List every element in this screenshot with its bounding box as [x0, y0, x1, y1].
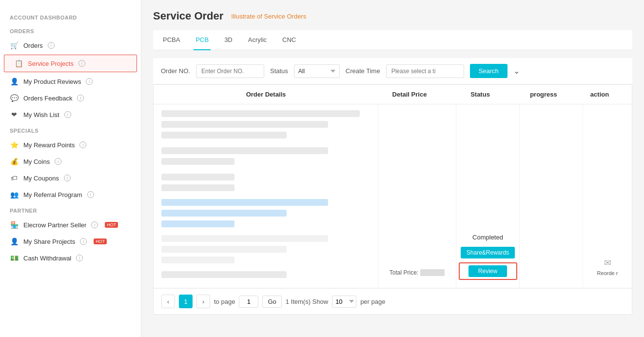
reorder-label: Reorde r — [597, 270, 618, 276]
share-projects-label: My Share Projects — [23, 238, 75, 245]
sidebar-item-wish-list[interactable]: ❤ My Wish List i — [0, 106, 141, 123]
sidebar-item-reward-points[interactable]: ⭐ My Reward Points i — [0, 137, 141, 153]
product-reviews-icon: 👤 — [10, 77, 19, 86]
feedback-icon: 💬 — [10, 94, 19, 102]
items-show-text: 1 Item(s) Show — [286, 298, 328, 305]
next-page-button[interactable]: › — [196, 295, 210, 308]
sidebar-item-coins[interactable]: 💰 My Coins i — [0, 153, 141, 170]
referral-label: My Referral Program — [23, 191, 82, 198]
share-projects-hot-badge: HOT — [94, 238, 107, 244]
sidebar-item-orders[interactable]: 🛒 Orders i — [0, 37, 141, 54]
page-input[interactable] — [239, 296, 258, 308]
blurred-text-5 — [161, 158, 234, 165]
sidebar-section-specials: SPECIALS — [0, 123, 141, 137]
service-projects-info-icon[interactable]: i — [78, 60, 85, 67]
orders-feedback-label: Orders Feedback — [23, 95, 72, 102]
blurred-text-14 — [161, 271, 287, 278]
search-button[interactable]: Search — [470, 64, 507, 78]
order-no-input[interactable] — [196, 64, 264, 78]
coupons-info-icon[interactable]: i — [64, 175, 71, 181]
per-page-select[interactable]: 10 20 50 100 — [332, 296, 356, 308]
blurred-text-4 — [161, 147, 328, 154]
cash-icon: 💵 — [10, 254, 19, 262]
partner-seller-icon: 🏪 — [10, 220, 19, 229]
blurred-text-7 — [161, 184, 234, 191]
cash-info-icon[interactable]: i — [76, 255, 83, 261]
coupons-icon: 🏷 — [10, 174, 19, 182]
tab-pcb[interactable]: PCB — [194, 30, 211, 50]
status-label: Status — [270, 67, 288, 75]
share-rewards-button[interactable]: Share&Rewards — [461, 247, 515, 258]
orders-label: Orders — [23, 42, 43, 49]
tab-cnc[interactable]: CNC — [280, 30, 298, 50]
reward-icon: ⭐ — [10, 140, 19, 149]
sidebar-item-partner-seller[interactable]: 🏪 Elecrow Partner Seller i HOT — [0, 217, 141, 233]
col-detail-price: Detail Price — [371, 91, 449, 98]
tab-pcba[interactable]: PCBA — [161, 30, 182, 50]
sidebar-item-share-projects[interactable]: 👤 My Share Projects i HOT — [0, 233, 141, 250]
page-header: Service Order Illustrate of Service Orde… — [153, 10, 632, 22]
tab-3d[interactable]: 3D — [222, 30, 234, 50]
blurred-text-6 — [161, 174, 234, 180]
main-content: Service Order Illustrate of Service Orde… — [141, 0, 644, 337]
referral-info-icon[interactable]: i — [87, 191, 94, 198]
wishlist-info-icon[interactable]: i — [64, 111, 71, 118]
reward-info-icon[interactable]: i — [79, 141, 86, 148]
col-order-details: Order Details — [161, 91, 371, 98]
to-page-text: to page — [214, 298, 235, 305]
col-action: action — [575, 91, 624, 98]
order-details-cell — [154, 104, 378, 288]
blurred-text-12 — [161, 246, 287, 253]
expand-filter-icon[interactable]: ⌄ — [513, 66, 520, 76]
orders-table: Order Details Detail Price Status progre… — [153, 84, 632, 315]
col-progress: progress — [512, 91, 575, 98]
review-box: Review — [459, 262, 517, 280]
review-button[interactable]: Review — [468, 265, 507, 277]
sidebar-item-orders-feedback[interactable]: 💬 Orders Feedback i — [0, 90, 141, 106]
partner-seller-info-icon[interactable]: i — [91, 221, 98, 228]
service-projects-icon: 📋 — [14, 59, 23, 68]
prev-page-button[interactable]: ‹ — [161, 295, 175, 308]
blurred-text-9 — [161, 210, 287, 217]
sidebar-section-orders: ORDERS — [0, 23, 141, 37]
share-projects-icon: 👤 — [10, 237, 19, 246]
create-time-label: Create Time — [346, 67, 380, 75]
sidebar-item-referral[interactable]: 👥 My Referral Program i — [0, 186, 141, 203]
coins-icon: 💰 — [10, 157, 19, 166]
reorder-icon[interactable]: ✉ — [604, 258, 611, 268]
product-reviews-label: My Product Reviews — [23, 78, 81, 85]
sidebar-item-product-reviews[interactable]: 👤 My Product Reviews i — [0, 73, 141, 90]
page-title: Service Order — [153, 10, 223, 22]
filter-bar: Order NO. Status All Pending Processing … — [153, 58, 632, 84]
progress-cell — [520, 104, 583, 288]
tab-acrylic[interactable]: Acrylic — [246, 30, 269, 50]
sidebar-section-account: ACCOUNT DASHBOARD — [0, 10, 141, 23]
wishlist-icon: ❤ — [10, 110, 19, 119]
partner-seller-label: Elecrow Partner Seller — [23, 221, 86, 229]
feedback-info-icon[interactable]: i — [77, 95, 84, 101]
coins-info-icon[interactable]: i — [55, 158, 61, 165]
blurred-text-13 — [161, 257, 234, 263]
orders-info-icon[interactable]: i — [48, 42, 55, 49]
pagination: ‹ 1 › to page Go 1 Item(s) Show 10 20 50… — [154, 288, 632, 314]
sidebar-item-service-projects[interactable]: 📋 Service Projects i — [4, 55, 137, 72]
create-time-input[interactable] — [386, 64, 464, 78]
blurred-text-2 — [161, 121, 328, 128]
sidebar-item-coupons[interactable]: 🏷 My Coupons i — [0, 170, 141, 186]
share-projects-info-icon[interactable]: i — [80, 238, 87, 245]
reward-points-label: My Reward Points — [23, 141, 75, 149]
go-button[interactable]: Go — [262, 296, 281, 308]
current-page: 1 — [179, 295, 193, 308]
per-page-label: per page — [360, 298, 385, 305]
blurred-text-10 — [161, 220, 234, 227]
status-select[interactable]: All Pending Processing Completed Cancell… — [294, 64, 340, 78]
service-projects-label: Service Projects — [28, 60, 74, 67]
coins-label: My Coins — [23, 158, 50, 165]
product-reviews-info-icon[interactable]: i — [86, 78, 93, 85]
blurred-text-3 — [161, 132, 287, 139]
action-cell: ✉ Reorde r — [583, 104, 632, 288]
tabs-container: PCBA PCB 3D Acrylic CNC — [153, 30, 632, 50]
cash-withdrawal-label: Cash Withdrawal — [23, 255, 71, 262]
sidebar-item-cash-withdrawal[interactable]: 💵 Cash Withdrawal i — [0, 250, 141, 266]
table-header-row: Order Details Detail Price Status progre… — [154, 85, 632, 104]
